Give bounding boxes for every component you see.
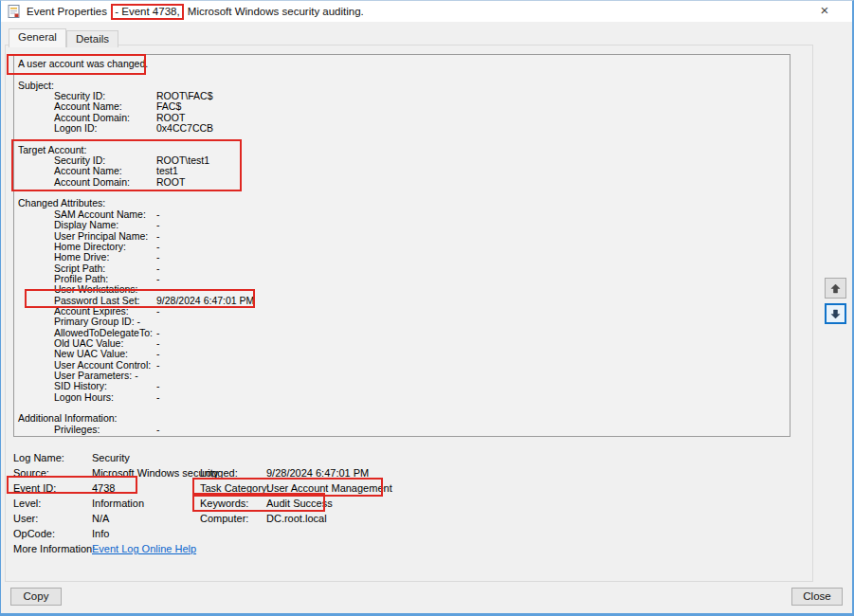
close-button[interactable]: Close — [791, 588, 843, 606]
password-last-set-row: Password Last Set:9/28/2024 6:47:01 PM — [18, 296, 790, 306]
opcode-label: OpCode: — [13, 528, 92, 539]
row-value: - — [156, 263, 160, 274]
description-row: Account Name:FAC$ — [18, 101, 790, 112]
arrow-up-icon — [829, 282, 842, 295]
row-label: User Workstations: — [54, 284, 156, 295]
description-row: User Workstations:- — [18, 284, 790, 295]
user-label: User: — [13, 513, 92, 524]
changed-attributes-rows: SAM Account Name:-Display Name:-User Pri… — [18, 209, 790, 296]
highlight-box-title: - Event 4738, — [111, 4, 183, 20]
row-value: - — [156, 273, 160, 284]
subject-header: Subject: — [18, 81, 790, 91]
logged-label: Logged: — [200, 467, 266, 479]
description-row: User Parameters: - — [18, 371, 790, 381]
description-row: SID History:- — [18, 381, 790, 391]
tab-details[interactable]: Details — [66, 30, 118, 47]
row-value: - — [156, 283, 160, 295]
row-value: - — [156, 391, 160, 403]
row-value: - — [156, 219, 160, 230]
row-label: Account Domain: — [54, 177, 156, 188]
close-icon[interactable]: × — [810, 1, 839, 22]
log-name-value: Security — [92, 452, 200, 463]
row-label: Display Name: — [54, 220, 156, 230]
target-account-rows: Security ID:ROOT\test1Account Name:test1… — [18, 155, 790, 188]
log-name-row: Log Name: Security — [1, 450, 816, 465]
title-suffix: Microsoft Windows security auditing. — [185, 6, 364, 17]
changed-attributes-rows: Account Expires:-Primary Group ID: -Allo… — [18, 306, 790, 403]
computer-label: Computer: — [200, 513, 266, 524]
description-row: Script Path:- — [18, 263, 790, 274]
tab-general[interactable]: General — [9, 28, 66, 47]
opcode-value: Info — [92, 528, 200, 539]
title-prefix: Event Properties — [27, 6, 110, 17]
description-row: Security ID:ROOT\FAC$ — [18, 91, 790, 101]
event-properties-icon — [8, 5, 21, 18]
source-logged-row: Source: Microsoft Windows security Logge… — [1, 465, 816, 480]
row-label: SID History: — [54, 381, 156, 391]
description-row: SAM Account Name:- — [18, 209, 790, 220]
row-value: - — [156, 424, 160, 435]
description-row: Account Domain:ROOT — [18, 113, 790, 123]
tab-bar: General Details — [9, 28, 118, 47]
additional-information-rows: Privileges:- — [18, 425, 790, 435]
row-value: - — [156, 305, 160, 317]
description-row: Security ID:ROOT\test1 — [18, 155, 790, 166]
row-label: New UAC Value: — [54, 349, 156, 359]
event-properties-dialog: Event Properties - Event 4738, Microsoft… — [0, 0, 854, 616]
description-row: New UAC Value:- — [18, 349, 790, 359]
row-value: ROOT\test1 — [156, 154, 209, 166]
more-information-row: More Information: Event Log Online Help — [1, 541, 816, 556]
row-value: FAC$ — [156, 100, 181, 112]
row-value: - — [156, 251, 160, 263]
window-title: Event Properties - Event 4738, Microsoft… — [27, 4, 364, 20]
row-label: Logon ID: — [54, 123, 156, 134]
opcode-row: OpCode: Info — [1, 526, 816, 541]
event-id-label: Event ID: — [13, 482, 92, 494]
row-value: - — [156, 208, 160, 220]
row-value: ROOT — [156, 112, 185, 123]
row-value: - — [156, 327, 160, 338]
subject-rows: Security ID:ROOT\FAC$Account Name:FAC$Ac… — [18, 91, 790, 134]
task-category-value: User Account Management — [266, 482, 816, 494]
user-computer-row: User: N/A Computer: DC.root.local — [1, 511, 816, 526]
arrow-down-icon — [829, 308, 842, 320]
row-value: ROOT\FAC$ — [156, 90, 213, 101]
description-row: Old UAC Value:- — [18, 338, 790, 349]
previous-event-button[interactable] — [825, 278, 846, 299]
more-information-label: More Information: — [13, 543, 92, 554]
copy-button[interactable]: Copy — [10, 588, 62, 606]
description-row: Account Domain:ROOT — [18, 177, 790, 188]
titlebar: Event Properties - Event 4738, Microsoft… — [1, 1, 852, 22]
row-value: - — [156, 337, 160, 349]
description-row: Logon ID:0x4CC7CCB — [18, 123, 790, 134]
row-value: - — [156, 348, 160, 359]
additional-information-header: Additional Information: — [18, 413, 790, 424]
keywords-label: Keywords: — [200, 498, 266, 509]
description-row: User Principal Name:- — [18, 231, 790, 242]
row-label: Privileges: — [54, 425, 156, 435]
level-label: Level: — [13, 498, 92, 509]
description-row: Account Name:test1 — [18, 166, 790, 176]
source-label: Source: — [13, 467, 92, 479]
event-id-value: 4738 — [92, 482, 200, 494]
keywords-value: Audit Success — [266, 498, 816, 509]
log-name-label: Log Name: — [13, 452, 92, 463]
description-row: Home Drive:- — [18, 252, 790, 263]
row-label: Primary Group ID: - — [54, 317, 156, 327]
computer-value: DC.root.local — [266, 513, 816, 524]
description-row: AllowedToDelegateTo:- — [18, 328, 790, 338]
row-label: Logon Hours: — [54, 392, 156, 403]
event-details-grid: Log Name: Security Source: Microsoft Win… — [1, 450, 816, 556]
row-value: - — [156, 359, 160, 371]
next-event-button[interactable] — [825, 303, 846, 324]
event-description-text[interactable]: A user account was changed. Subject: Sec… — [13, 54, 790, 437]
eventid-taskcategory-row: Event ID: 4738 Task Category: User Accou… — [1, 480, 816, 496]
description-row: Privileges:- — [18, 425, 790, 435]
row-label: Home Drive: — [54, 252, 156, 263]
description-row: Home Directory:- — [18, 242, 790, 252]
row-value: - — [156, 241, 160, 252]
event-log-online-help-link[interactable]: Event Log Online Help — [92, 543, 196, 554]
user-value: N/A — [92, 513, 200, 524]
logged-value: 9/28/2024 6:47:01 PM — [266, 467, 816, 479]
description-row: Logon Hours:- — [18, 392, 790, 403]
